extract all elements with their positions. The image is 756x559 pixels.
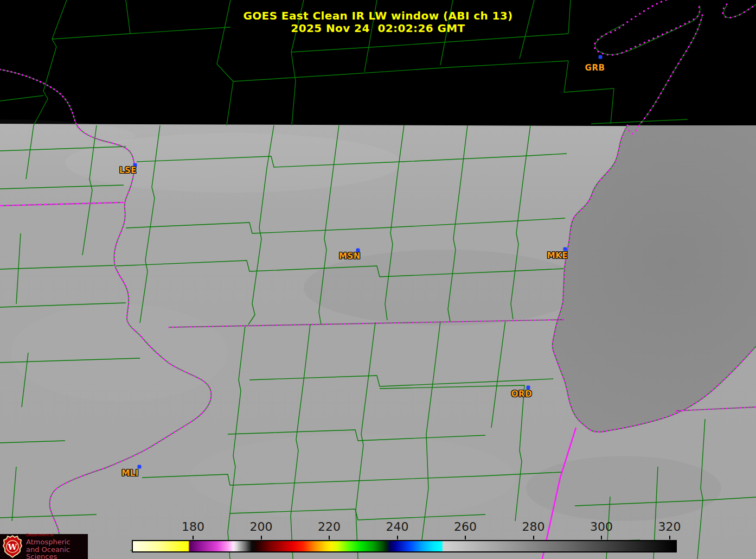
title-line-2: 2025 Nov 24 02:02:26 GMT [291,22,465,35]
colorbar-tick [669,536,670,539]
colorbar-tick-label: 260 [454,520,477,533]
colorbar-tick [397,536,398,539]
map-canvas [0,0,756,559]
station-label-msn: MSN [339,251,361,261]
station-label-mli: MLI [121,468,139,478]
colorbar-tick [465,536,466,539]
uw-crest-icon: W [2,535,23,558]
station-label-mke: MKE [547,251,568,261]
station-label-lse: LSE [119,166,137,175]
logo-text: Department of Atmospheric and Oceanic Sc… [26,533,88,559]
colorbar-tick-label: 180 [182,520,204,533]
colorbar-tick [193,536,194,539]
colorbar-tick-label: 300 [590,520,613,533]
svg-text:W: W [8,542,18,552]
colorbar-tick [533,536,534,539]
image-title: GOES East Clean IR LW window (ABI ch 13)… [0,10,756,35]
logo-name-line2: and Oceanic Sciences [26,546,88,559]
logo-dept-line: Department of [26,533,88,537]
colorbar [132,540,677,552]
station-dot-grb [599,55,603,59]
title-line-1: GOES East Clean IR LW window (ABI ch 13) [243,9,512,22]
station-label-ord: ORD [511,389,532,399]
logo-name-line1: Atmospheric [26,538,88,545]
goes-ir-display: GOES East Clean IR LW window (ABI ch 13)… [0,0,756,559]
station-label-grb: GRB [585,63,605,73]
colorbar-tick-label: 320 [658,520,681,533]
colorbar-tick [329,536,330,539]
colorbar-tick [261,536,262,539]
colorbar-tick-label: 240 [386,520,409,533]
colorbar-tick-label: 200 [250,520,273,533]
colorbar-tick [601,536,602,539]
colorbar-tick-label: 280 [522,520,545,533]
uw-aos-logo: W Department of Atmospheric and Oceanic … [0,534,88,559]
colorbar-tick-label: 220 [318,520,341,533]
